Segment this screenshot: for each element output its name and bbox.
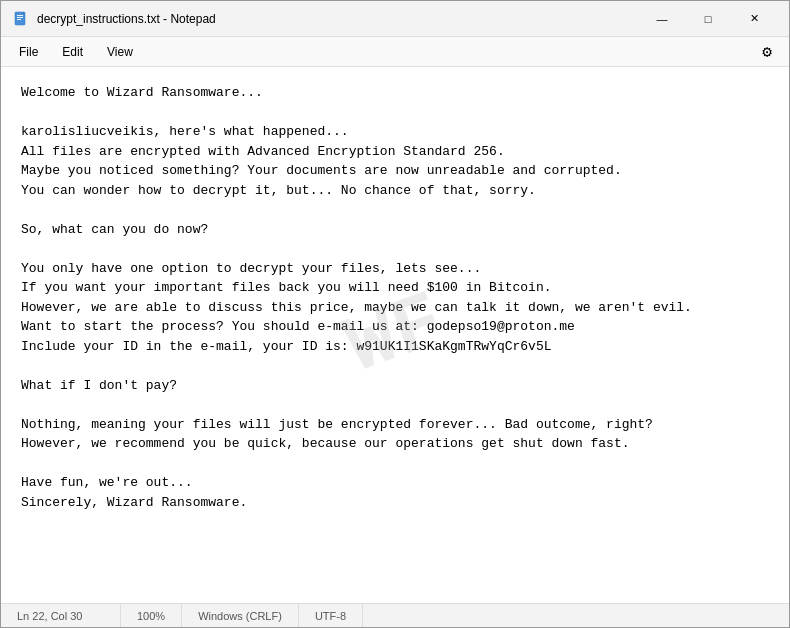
menu-edit[interactable]: Edit: [52, 41, 93, 63]
settings-icon[interactable]: ⚙: [753, 38, 781, 66]
menu-file[interactable]: File: [9, 41, 48, 63]
document-content[interactable]: Welcome to Wizard Ransomware... karolisl…: [21, 83, 769, 512]
status-bar: Ln 22, Col 30 100% Windows (CRLF) UTF-8: [1, 603, 789, 627]
zoom-level: 100%: [121, 604, 182, 627]
menu-bar: File Edit View ⚙: [1, 37, 789, 67]
text-editor-area[interactable]: WF Welcome to Wizard Ransomware... karol…: [1, 67, 789, 603]
menu-view[interactable]: View: [97, 41, 143, 63]
title-bar: decrypt_instructions.txt - Notepad — □ ✕: [1, 1, 789, 37]
window-title: decrypt_instructions.txt - Notepad: [37, 12, 639, 26]
svg-rect-1: [17, 15, 23, 16]
app-icon: [13, 11, 29, 27]
window-controls: — □ ✕: [639, 1, 777, 37]
encoding: UTF-8: [299, 604, 363, 627]
svg-rect-2: [17, 17, 23, 18]
notepad-window: decrypt_instructions.txt - Notepad — □ ✕…: [0, 0, 790, 628]
cursor-position: Ln 22, Col 30: [1, 604, 121, 627]
svg-rect-3: [17, 19, 21, 20]
close-button[interactable]: ✕: [731, 1, 777, 37]
line-ending: Windows (CRLF): [182, 604, 299, 627]
maximize-button[interactable]: □: [685, 1, 731, 37]
minimize-button[interactable]: —: [639, 1, 685, 37]
